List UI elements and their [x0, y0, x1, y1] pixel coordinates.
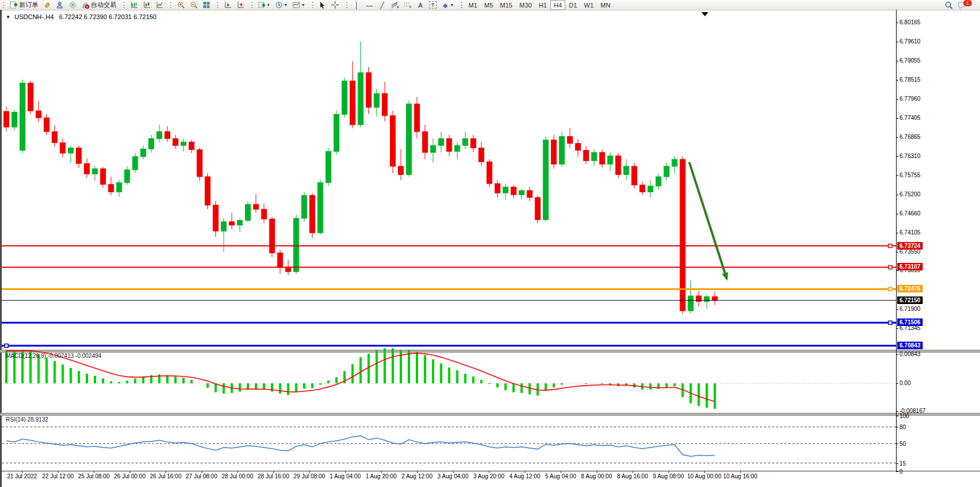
horizontal-line-icon: —: [365, 1, 374, 9]
new-order-button[interactable]: 新订单: [7, 0, 41, 10]
price-tick-label: 6.79610: [899, 38, 920, 45]
autotrading-button[interactable]: 自动交易: [79, 0, 119, 10]
line-handle[interactable]: [888, 265, 892, 269]
candlestick: [165, 126, 170, 142]
price-tick: [896, 42, 898, 42]
timeframe-mn[interactable]: MN: [597, 0, 614, 10]
templates-button[interactable]: ▼: [290, 0, 308, 10]
main-chart: [2, 10, 896, 350]
zoom-in-button[interactable]: [174, 0, 187, 10]
candlestick: [221, 218, 226, 252]
fibonacci-button[interactable]: E: [389, 0, 401, 10]
tile-windows-button[interactable]: [200, 0, 213, 10]
timeframe-w1[interactable]: W1: [580, 0, 597, 10]
time-tick-label: 2 Aug 12:00: [401, 473, 432, 479]
candlestick: [543, 137, 548, 222]
candlestick: [253, 194, 258, 213]
profile-icon: [56, 1, 64, 9]
candlestick: [398, 149, 404, 180]
candlestick: [60, 138, 65, 157]
chevron-down-icon: ▼: [450, 3, 454, 7]
trend-arrow-annotation[interactable]: [689, 162, 728, 281]
arrows-shapes-icon: ◆: [441, 1, 449, 9]
autotrading-label: 自动交易: [91, 1, 116, 9]
candlestick: [672, 156, 677, 173]
profile-button[interactable]: [53, 0, 66, 10]
price-tick: [896, 195, 898, 195]
candlestick: [366, 67, 371, 114]
chart-shift-marker[interactable]: [701, 12, 708, 16]
rsi-pane: [2, 415, 896, 472]
time-tick-label: 3 Aug 20:00: [473, 473, 504, 479]
line-handle[interactable]: [888, 321, 892, 324]
timeframe-h4[interactable]: H4: [550, 0, 565, 10]
chart-forward-icon: [224, 1, 232, 9]
toolbar-group-charttype: [120, 0, 167, 10]
bar-chart-button[interactable]: [127, 0, 140, 10]
timeframe-m5[interactable]: M5: [481, 0, 496, 10]
candlestick-chart-button[interactable]: [140, 0, 153, 10]
indicators-button[interactable]: ▼: [255, 0, 273, 10]
timeframe-h1[interactable]: H1: [535, 0, 550, 10]
time-tick-label: 4 Aug 12:00: [509, 473, 540, 479]
trendline-button[interactable]: ╱: [376, 0, 389, 10]
candlestick: [471, 135, 476, 152]
price-tick: [896, 61, 898, 61]
chart-shift-button[interactable]: [234, 0, 247, 10]
arrows-button[interactable]: ◆▼: [439, 0, 456, 10]
text-button[interactable]: A: [414, 0, 427, 10]
search-icon: [945, 1, 953, 9]
candlestick: [269, 217, 275, 257]
toolbar-grip: [170, 2, 173, 8]
horizontal-line-button[interactable]: —: [363, 0, 376, 10]
periods-button[interactable]: ▼: [273, 0, 290, 10]
news-button[interactable]: 1: [955, 0, 978, 10]
timeframe-m30[interactable]: M30: [516, 0, 535, 10]
candlestick: [374, 89, 379, 117]
signal-button[interactable]: [66, 0, 79, 10]
line-handle[interactable]: [888, 287, 892, 291]
candlestick: [326, 148, 331, 186]
search-button[interactable]: [942, 0, 955, 10]
candlestick: [100, 167, 105, 188]
candlestick: [463, 131, 468, 149]
price-tick-label: 6.75200: [899, 191, 920, 198]
time-tick-label: 28 Jul 16:00: [258, 473, 290, 479]
symbol-label: USDCNH-,H4: [14, 13, 54, 20]
crosshair-button[interactable]: [329, 0, 342, 10]
new-order-icon: [9, 1, 17, 9]
auto-scroll-button[interactable]: [221, 0, 234, 10]
symbol-dropdown-icon[interactable]: ▼: [6, 14, 10, 20]
price-tick: [896, 156, 898, 157]
cursor-button[interactable]: [316, 0, 329, 10]
toolbar-group-cursor: [309, 0, 343, 10]
time-tick-label: 10 Aug 16:00: [723, 473, 758, 479]
rsi-tick: [896, 471, 898, 472]
line-handle[interactable]: [888, 244, 892, 248]
vertical-line-button[interactable]: │: [350, 0, 363, 10]
timeframe-d1[interactable]: D1: [565, 0, 580, 10]
candlestick: [149, 135, 154, 152]
price-tick: [896, 99, 898, 100]
toolbar-group-zoom: [167, 0, 214, 10]
price-tick-label: 6.78515: [899, 76, 920, 83]
rsi-line: [6, 436, 715, 457]
time-tick-label: 27 Jul 08:00: [186, 473, 218, 479]
price-tick: [896, 233, 898, 233]
text-label-button[interactable]: T: [427, 0, 439, 10]
zoom-out-icon: [189, 1, 198, 9]
channel-button[interactable]: F: [401, 0, 414, 10]
candlestick: [511, 185, 516, 198]
candlestick: [712, 292, 718, 305]
timeframe-group: M1M5M15M30H1H4D1W1MN: [458, 0, 616, 10]
line-chart-button[interactable]: [153, 0, 166, 10]
line-handle[interactable]: [5, 344, 8, 347]
timeframe-m1[interactable]: M1: [465, 0, 481, 10]
price-tick-label: 6.77405: [899, 115, 920, 122]
time-tick-label: 21 Jul 2022: [7, 473, 37, 479]
candlestick: [704, 295, 710, 309]
styler-button[interactable]: [41, 0, 53, 10]
zoom-out-button[interactable]: [187, 0, 200, 10]
candlestick-chart-icon: [142, 1, 151, 9]
timeframe-m15[interactable]: M15: [496, 0, 515, 10]
